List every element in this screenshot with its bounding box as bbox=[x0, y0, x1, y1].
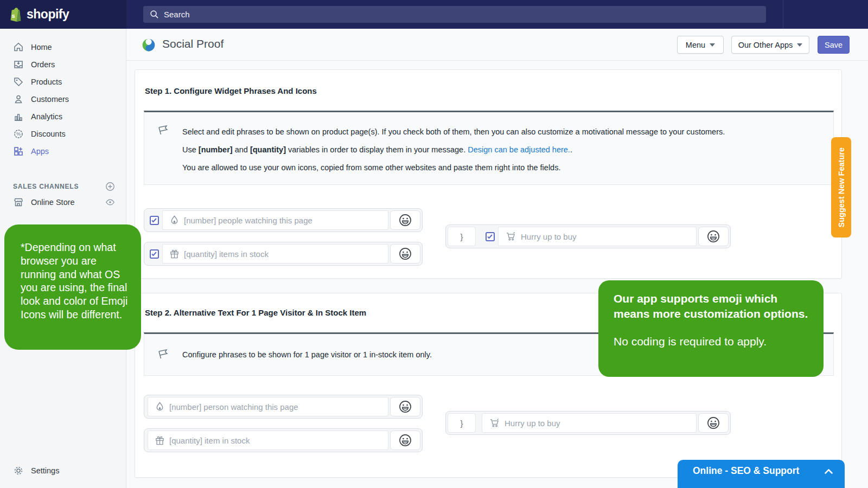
search-icon bbox=[150, 10, 159, 19]
chevron-up-icon bbox=[825, 469, 833, 474]
phrase-row-people: [number] people watching this page bbox=[144, 208, 423, 232]
page-title: Social Proof bbox=[162, 37, 224, 50]
items-checkbox[interactable] bbox=[150, 249, 159, 259]
shopify-logo[interactable]: s shopify bbox=[0, 0, 126, 29]
sidebar-item-settings[interactable]: Settings bbox=[0, 462, 126, 479]
apps-icon bbox=[13, 146, 24, 157]
sidebar-item-label: Discounts bbox=[31, 130, 66, 138]
shopify-bag-icon: s bbox=[8, 7, 22, 23]
orders-icon bbox=[13, 59, 24, 70]
person-emoji-picker-button[interactable] bbox=[390, 397, 420, 416]
grinning-emoji-icon bbox=[398, 400, 412, 414]
storefront-icon bbox=[13, 197, 24, 208]
separator-input[interactable]: } bbox=[448, 413, 476, 433]
tag-icon bbox=[13, 76, 24, 87]
customers-icon bbox=[13, 94, 24, 105]
step1-info-line3: You are allowed to use your own icons, c… bbox=[182, 159, 833, 177]
step1-info-box: Select and edit phrases to be shown on p… bbox=[144, 111, 834, 185]
sidebar-item-products[interactable]: Products bbox=[0, 73, 126, 91]
topbar-divider bbox=[783, 0, 783, 29]
svg-text:%: % bbox=[16, 131, 21, 137]
grinning-emoji-icon bbox=[706, 416, 720, 430]
motivational-phrase-input[interactable]: Hurry up to buy bbox=[498, 227, 697, 246]
sidebar-item-analytics[interactable]: Analytics bbox=[0, 108, 126, 125]
step1-card: Step 1. Configure Widget Phrases And Ico… bbox=[135, 69, 842, 279]
main-content: Social Proof Menu Our Other Apps Save St… bbox=[126, 29, 868, 488]
add-channel-icon[interactable] bbox=[105, 182, 115, 191]
step1-title: Step 1. Configure Widget Phrases And Ico… bbox=[145, 86, 317, 95]
cart-icon bbox=[506, 232, 516, 241]
emoji-support-tooltip: Our app supports emoji which means more … bbox=[598, 280, 824, 377]
step2-title: Step 2. Alternative Text For 1 Page Visi… bbox=[145, 308, 366, 317]
tooltip-bold-text: Our app supports emoji which means more … bbox=[614, 291, 809, 322]
grinning-emoji-icon bbox=[706, 229, 720, 243]
step1-info-line2: Use [number] and [quantity] variables in… bbox=[182, 141, 833, 159]
separator-input[interactable]: } bbox=[448, 227, 476, 246]
tooltip-normal-text: No coding is required to apply. bbox=[614, 334, 809, 349]
motivational-phrase-input-step2[interactable]: Hurry up to buy bbox=[482, 413, 697, 433]
our-other-apps-button[interactable]: Our Other Apps bbox=[731, 36, 809, 54]
gift-icon bbox=[170, 249, 179, 259]
search-placeholder: Search bbox=[164, 10, 190, 19]
social-proof-app-icon bbox=[142, 38, 156, 52]
menu-button[interactable]: Menu bbox=[677, 36, 724, 54]
sales-channels-header: SALES CHANNELS bbox=[0, 179, 126, 194]
sidebar-item-label: Apps bbox=[31, 147, 49, 156]
phrase-row-items: [quantity] items in stock bbox=[144, 242, 423, 266]
gear-icon bbox=[13, 465, 24, 476]
search-input[interactable]: Search bbox=[143, 6, 766, 23]
shopify-wordmark: shopify bbox=[27, 7, 69, 22]
motivational-checkbox[interactable] bbox=[486, 232, 495, 241]
items-emoji-picker-button[interactable] bbox=[390, 244, 420, 264]
sidebar-item-discounts[interactable]: % Discounts bbox=[0, 125, 126, 143]
sidebar-item-label: Home bbox=[31, 43, 52, 52]
sidebar-item-label: Analytics bbox=[31, 112, 62, 121]
emoji-disclaimer-tooltip: *Depending on what browser you are runni… bbox=[4, 224, 141, 350]
grinning-emoji-icon bbox=[398, 433, 412, 447]
grinning-emoji-icon bbox=[398, 213, 412, 227]
topbar: s shopify Search bbox=[0, 0, 868, 29]
chevron-down-icon bbox=[797, 43, 802, 47]
discount-icon: % bbox=[13, 129, 24, 139]
motivational-emoji-picker-button[interactable] bbox=[698, 227, 729, 246]
sidebar-item-label: Customers bbox=[31, 95, 69, 104]
motivational-emoji-picker-button-step2[interactable] bbox=[698, 413, 729, 433]
chat-status-label: Online - SEO & Support bbox=[693, 465, 825, 477]
flag-icon bbox=[157, 124, 170, 184]
design-adjust-link[interactable]: Design can be adjusted here. bbox=[468, 145, 570, 154]
item-emoji-picker-button[interactable] bbox=[390, 431, 420, 450]
flame-icon bbox=[155, 402, 164, 412]
phrase-row-item: [quantity] item in stock bbox=[144, 428, 423, 452]
save-button[interactable]: Save bbox=[818, 36, 850, 54]
gift-icon bbox=[155, 435, 164, 445]
people-phrase-input[interactable]: [number] people watching this page bbox=[162, 210, 388, 230]
chat-widget-bar[interactable]: Online - SEO & Support bbox=[678, 460, 845, 488]
sidebar-item-label: Products bbox=[31, 78, 62, 86]
sidebar-item-online-store[interactable]: Online Store bbox=[0, 194, 126, 211]
phrase-row-person: [number] person watching this page bbox=[144, 395, 423, 419]
motivational-row-step1: } Hurry up to buy bbox=[445, 224, 731, 248]
item-phrase-input[interactable]: [quantity] item in stock bbox=[148, 431, 388, 450]
cart-icon bbox=[489, 418, 500, 428]
sidebar-item-home[interactable]: Home bbox=[0, 38, 126, 56]
items-phrase-input[interactable]: [quantity] items in stock bbox=[162, 244, 388, 264]
people-checkbox[interactable] bbox=[150, 216, 159, 225]
step1-info-line1: Select and edit phrases to be shown on p… bbox=[182, 123, 833, 141]
people-emoji-picker-button[interactable] bbox=[390, 210, 420, 230]
sidebar-item-orders[interactable]: Orders bbox=[0, 56, 126, 73]
sidebar-item-customers[interactable]: Customers bbox=[0, 91, 126, 108]
motivational-row-step2: } Hurry up to buy bbox=[445, 411, 731, 435]
analytics-icon bbox=[13, 111, 24, 122]
grinning-emoji-icon bbox=[398, 247, 412, 261]
flag-icon bbox=[157, 348, 170, 375]
page-header: Social Proof Menu Our Other Apps Save bbox=[126, 29, 868, 61]
person-phrase-input[interactable]: [number] person watching this page bbox=[148, 397, 388, 416]
home-icon bbox=[13, 42, 24, 53]
sidebar-item-apps[interactable]: Apps bbox=[0, 143, 126, 160]
suggest-new-feature-tab[interactable]: Suggest New Feature bbox=[831, 137, 851, 237]
sidebar-item-label: Orders bbox=[31, 60, 55, 69]
svg-text:s: s bbox=[12, 12, 15, 18]
flame-icon bbox=[170, 215, 179, 226]
chevron-down-icon bbox=[710, 43, 715, 47]
view-store-eye-icon[interactable] bbox=[105, 197, 115, 207]
